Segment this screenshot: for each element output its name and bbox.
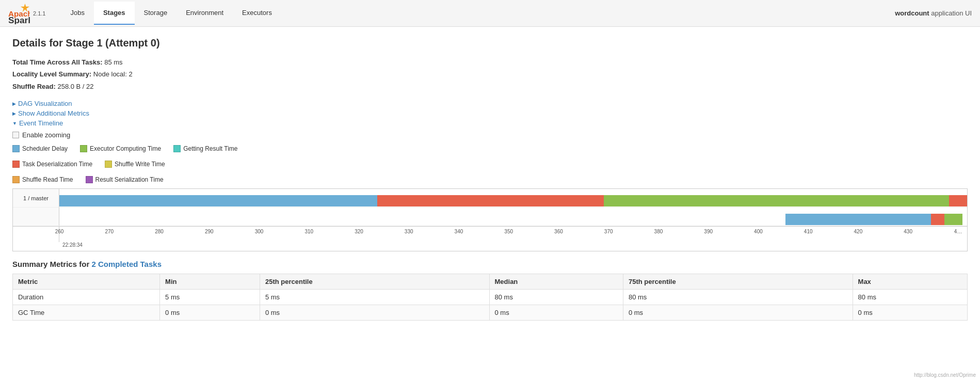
zoom-section: Enable zooming — [12, 131, 968, 139]
tick-2: 280 — [155, 229, 164, 234]
getting-result-label: Getting Result Time — [183, 145, 237, 152]
metrics-link[interactable]: ▶ Show Additional Metrics — [12, 109, 968, 117]
tick-0: 260 — [55, 229, 64, 234]
bar-scheduler-delay-1 — [59, 195, 377, 206]
dag-link[interactable]: ▶ DAG Visualization — [12, 100, 968, 107]
timeline-row-1: 1 / master — [13, 189, 967, 208]
nav-links: Jobs Stages Storage Environment Executor… — [61, 2, 281, 25]
col-p25: 25th percentile — [260, 274, 489, 290]
row0-metric: Duration — [13, 290, 160, 305]
bar-task-deser-2 — [931, 214, 944, 225]
tick-7: 330 — [405, 229, 413, 234]
shuffle-read: Shuffle Read: 258.0 B / 22 — [12, 81, 968, 92]
result-ser-color — [86, 176, 93, 183]
bar-task-deser-1 — [377, 195, 604, 206]
timeline-bars-row2 — [59, 208, 967, 226]
task-deser-label: Task Deserialization Time — [22, 161, 92, 168]
app-suffix: application UI — [929, 9, 972, 17]
executor-computing-color — [80, 145, 87, 152]
info-block: Total Time Across All Tasks: 85 ms Local… — [12, 56, 968, 92]
row0-median: 80 ms — [489, 290, 623, 305]
header-row: Metric Min 25th percentile Median 75th p… — [13, 274, 968, 290]
legend-getting-result: Getting Result Time — [173, 145, 237, 152]
col-max: Max — [853, 274, 967, 290]
tick-15: 410 — [804, 229, 813, 234]
page-title: Details for Stage 1 (Attempt 0) — [12, 37, 968, 49]
legend-task-deser: Task Deserialization Time — [12, 161, 92, 168]
links-section: ▶ DAG Visualization ▶ Show Additional Me… — [12, 100, 968, 127]
tick-12: 380 — [654, 229, 663, 234]
nav-environment[interactable]: Environment — [176, 2, 233, 25]
tick-4: 300 — [255, 229, 264, 234]
app-name: wordcount — [895, 9, 929, 17]
row1-metric: GC Time — [13, 305, 160, 321]
zoom-checkbox[interactable] — [12, 132, 19, 138]
tick-8: 340 — [455, 229, 463, 234]
shuffle-write-color — [105, 161, 112, 168]
col-median: Median — [489, 274, 623, 290]
app-title: wordcount application UI — [895, 9, 972, 17]
timeline-row2-label — [13, 208, 59, 226]
tick-5: 310 — [304, 229, 313, 234]
tick-11: 370 — [604, 229, 613, 234]
shuffle-read-color — [12, 176, 20, 183]
metrics-table: Metric Min 25th percentile Median 75th p… — [12, 274, 968, 321]
timeline-row-2 — [13, 208, 967, 226]
row1-p25: 0 ms — [260, 305, 489, 321]
legend-executor-computing: Executor Computing Time — [80, 145, 161, 152]
result-ser-label: Result Serialization Time — [95, 176, 164, 183]
getting-result-color — [173, 145, 181, 152]
axis-ticks: 260 270 280 290 300 310 320 330 340 350 … — [59, 227, 967, 242]
row1-max: 0 ms — [853, 305, 967, 321]
dag-arrow-icon: ▶ — [12, 101, 16, 106]
legend-shuffle-read: Shuffle Read Time — [12, 176, 73, 183]
timeline-link[interactable]: ▼ Event Timeline — [12, 119, 968, 127]
tick-10: 360 — [554, 229, 563, 234]
zoom-label: Enable zooming — [22, 131, 70, 139]
timeline-arrow-icon: ▼ — [12, 121, 17, 126]
legend-scheduler-delay: Scheduler Delay — [12, 145, 68, 152]
timeline-chart: 1 / master — [12, 188, 968, 251]
tick-3: 290 — [205, 229, 214, 234]
nav-executors[interactable]: Executors — [233, 2, 281, 25]
col-metric: Metric — [13, 274, 160, 290]
col-min: Min — [160, 274, 260, 290]
svg-text:Spark: Spark — [8, 15, 30, 24]
completed-tasks-link[interactable]: 2 Completed Tasks — [91, 260, 162, 268]
table-body: Duration 5 ms 5 ms 80 ms 80 ms 80 ms GC … — [13, 290, 968, 321]
locality: Locality Level Summary: Node local: 2 — [12, 68, 968, 80]
bar-executor-2 — [944, 214, 962, 225]
row0-p75: 80 ms — [623, 290, 853, 305]
table-row: GC Time 0 ms 0 ms 0 ms 0 ms 0 ms — [13, 305, 968, 321]
tick-18: 4… — [954, 229, 962, 234]
tick-1: 270 — [105, 229, 114, 234]
total-time: Total Time Across All Tasks: 85 ms — [12, 56, 968, 68]
tick-14: 400 — [754, 229, 763, 234]
row0-min: 5 ms — [160, 290, 260, 305]
scheduler-delay-label: Scheduler Delay — [22, 145, 68, 152]
spark-version: 2.1.1 — [33, 10, 45, 17]
spark-logo-icon: Apache Spark — [8, 3, 30, 24]
row0-p25: 5 ms — [260, 290, 489, 305]
metrics-arrow-icon: ▶ — [12, 111, 16, 116]
tick-13: 390 — [704, 229, 713, 234]
legend-result-ser: Result Serialization Time — [86, 176, 164, 183]
timeline-bars-row1 — [59, 189, 967, 208]
summary-title: Summary Metrics for 2 Completed Tasks — [12, 260, 968, 268]
bar-scheduler-delay-2 — [785, 214, 930, 225]
tick-17: 430 — [904, 229, 912, 234]
table-header: Metric Min 25th percentile Median 75th p… — [13, 274, 968, 290]
bar-red-end-1 — [949, 195, 967, 206]
tick-16: 420 — [854, 229, 863, 234]
axis-row: 260 270 280 290 300 310 320 330 340 350 … — [13, 226, 967, 242]
main-content: Details for Stage 1 (Attempt 0) Total Ti… — [0, 27, 980, 331]
axis-time: 22:28:34 — [59, 242, 967, 251]
shuffle-write-label: Shuffle Write Time — [115, 161, 165, 168]
nav-stages[interactable]: Stages — [94, 2, 135, 25]
nav-jobs[interactable]: Jobs — [61, 2, 93, 25]
scheduler-delay-color — [12, 145, 20, 152]
nav-storage[interactable]: Storage — [135, 2, 177, 25]
navbar: Apache Spark 2.1.1 Jobs Stages Storage E… — [0, 0, 980, 27]
row1-min: 0 ms — [160, 305, 260, 321]
row0-max: 80 ms — [853, 290, 967, 305]
